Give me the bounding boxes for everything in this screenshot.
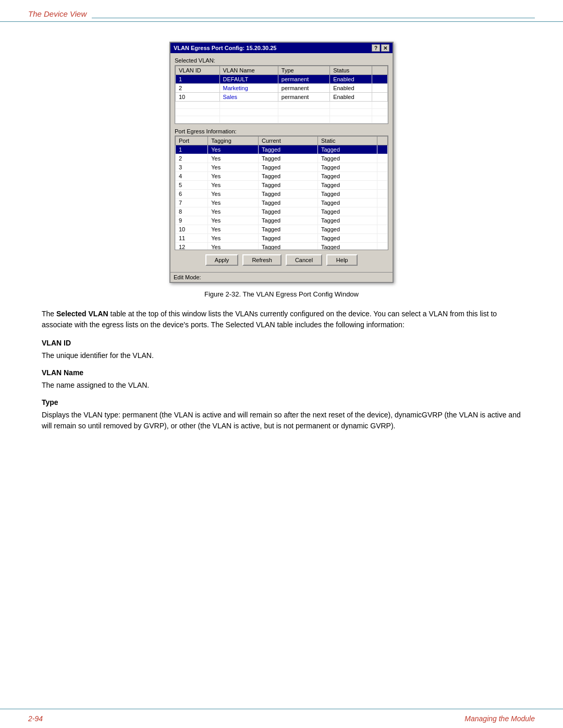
- egress-table-row[interactable]: 4 Yes Tagged Tagged: [176, 172, 388, 181]
- egress-table-row[interactable]: 2 Yes Tagged Tagged: [176, 154, 388, 163]
- egress-current-cell: Tagged: [259, 172, 318, 181]
- egress-tagging-cell: Yes: [208, 172, 259, 181]
- egress-current-cell: Tagged: [259, 243, 318, 251]
- egress-current-cell: Tagged: [259, 234, 318, 243]
- egress-current-cell: Tagged: [259, 190, 318, 199]
- vlan-table-row[interactable]: 10 Sales permanent Enabled: [176, 93, 388, 102]
- egress-col-static: Static: [318, 137, 377, 145]
- help-button[interactable]: Help: [326, 254, 358, 266]
- egress-static-cell: Tagged: [318, 234, 377, 243]
- egress-current-cell: Tagged: [259, 216, 318, 225]
- egress-table-row[interactable]: 7 Yes Tagged Tagged: [176, 199, 388, 207]
- vlan-name-cell: DEFAULT: [219, 75, 278, 84]
- egress-tagging-cell: Yes: [208, 199, 259, 207]
- content-section: VLAN Name The name assigned to the VLAN.: [42, 368, 521, 391]
- egress-static-cell: Tagged: [318, 154, 377, 163]
- egress-current-cell: Tagged: [259, 199, 318, 207]
- dialog-title: VLAN Egress Port Config: 15.20.30.25: [174, 45, 276, 51]
- egress-table-row[interactable]: 12 Yes Tagged Tagged: [176, 243, 388, 251]
- egress-tagging-cell: Yes: [208, 181, 259, 190]
- egress-current-cell: Tagged: [259, 207, 318, 216]
- vlan-status-cell: Enabled: [330, 93, 372, 102]
- vlan-name-cell: Marketing: [219, 84, 278, 93]
- vlan-extra-cell: [372, 93, 388, 102]
- page-footer: 2-94 Managing the Module: [0, 709, 563, 728]
- vlan-table-container: VLAN ID VLAN Name Type Status 1 DEFAULT …: [175, 65, 388, 124]
- egress-current-cell: Tagged: [259, 163, 318, 172]
- egress-extra-cell: [377, 225, 388, 234]
- vlan-table-row[interactable]: 1 DEFAULT permanent Enabled: [176, 75, 388, 84]
- vlan-extra-cell: [372, 84, 388, 93]
- egress-port-cell: 2: [176, 154, 208, 163]
- dialog-body: Selected VLAN: VLAN ID VLAN Name Type St…: [170, 53, 393, 272]
- egress-table-row[interactable]: 6 Yes Tagged Tagged: [176, 190, 388, 199]
- vlan-col-name: VLAN Name: [219, 66, 278, 75]
- vlan-empty-row: [176, 116, 388, 124]
- vlan-empty-row: [176, 109, 388, 116]
- vlan-col-extra: [372, 66, 388, 75]
- header-title: The Device View: [28, 9, 87, 18]
- dialog-titlebar: VLAN Egress Port Config: 15.20.30.25 ? ✕: [170, 43, 393, 53]
- vlan-table-row[interactable]: 2 Marketing permanent Enabled: [176, 84, 388, 93]
- refresh-button[interactable]: Refresh: [242, 254, 282, 266]
- vlan-table: VLAN ID VLAN Name Type Status 1 DEFAULT …: [175, 66, 388, 124]
- egress-table-row[interactable]: 1 Yes Tagged Tagged: [176, 145, 388, 154]
- help-titlebar-button[interactable]: ?: [372, 44, 380, 52]
- egress-table: Port Tagging Current Static 1 Yes Tagged…: [175, 136, 388, 250]
- section-body: The unique identifier for the VLAN.: [42, 350, 521, 361]
- vlan-empty-row: [176, 102, 388, 109]
- dialog-window: VLAN Egress Port Config: 15.20.30.25 ? ✕…: [169, 42, 394, 283]
- egress-extra-cell: [377, 172, 388, 181]
- vlan-type-cell: permanent: [278, 84, 329, 93]
- section-heading: VLAN Name: [42, 368, 521, 377]
- egress-col-tagging: Tagging: [208, 137, 259, 145]
- egress-table-row[interactable]: 5 Yes Tagged Tagged: [176, 181, 388, 190]
- cancel-button[interactable]: Cancel: [286, 254, 322, 266]
- close-titlebar-button[interactable]: ✕: [381, 44, 389, 52]
- egress-extra-cell: [377, 190, 388, 199]
- egress-col-port: Port: [176, 137, 208, 145]
- egress-table-row[interactable]: 10 Yes Tagged Tagged: [176, 225, 388, 234]
- egress-tagging-cell: Yes: [208, 145, 259, 154]
- egress-extra-cell: [377, 234, 388, 243]
- egress-port-cell: 1: [176, 145, 208, 154]
- egress-table-row[interactable]: 11 Yes Tagged Tagged: [176, 234, 388, 243]
- egress-tagging-cell: Yes: [208, 225, 259, 234]
- egress-static-cell: Tagged: [318, 207, 377, 216]
- section-heading: VLAN ID: [42, 339, 521, 347]
- apply-button[interactable]: Apply: [205, 254, 239, 266]
- vlan-status-cell: Enabled: [330, 75, 372, 84]
- egress-static-cell: Tagged: [318, 243, 377, 251]
- dialog-buttons: Apply Refresh Cancel Help: [175, 254, 388, 266]
- footer-right: Managing the Module: [464, 714, 535, 723]
- main-content: VLAN Egress Port Config: 15.20.30.25 ? ✕…: [0, 26, 563, 702]
- egress-current-cell: Tagged: [259, 181, 318, 190]
- egress-extra-cell: [377, 199, 388, 207]
- egress-port-cell: 5: [176, 181, 208, 190]
- egress-table-row[interactable]: 3 Yes Tagged Tagged: [176, 163, 388, 172]
- vlan-col-type: Type: [278, 66, 329, 75]
- egress-port-cell: 7: [176, 199, 208, 207]
- egress-table-wrapper[interactable]: Port Tagging Current Static 1 Yes Tagged…: [175, 135, 388, 250]
- egress-static-cell: Tagged: [318, 163, 377, 172]
- egress-table-row[interactable]: 9 Yes Tagged Tagged: [176, 216, 388, 225]
- vlan-status-cell: Enabled: [330, 84, 372, 93]
- egress-port-cell: 3: [176, 163, 208, 172]
- vlan-extra-cell: [372, 75, 388, 84]
- egress-extra-cell: [377, 207, 388, 216]
- egress-table-row[interactable]: 8 Yes Tagged Tagged: [176, 207, 388, 216]
- egress-port-cell: 11: [176, 234, 208, 243]
- egress-tagging-cell: Yes: [208, 163, 259, 172]
- egress-tagging-cell: Yes: [208, 207, 259, 216]
- egress-extra-cell: [377, 154, 388, 163]
- dialog-container: VLAN Egress Port Config: 15.20.30.25 ? ✕…: [42, 42, 521, 283]
- selected-vlan-label: Selected VLAN:: [175, 57, 388, 64]
- port-egress-label: Port Egress Information:: [175, 128, 388, 134]
- vlan-id-cell: 2: [176, 84, 220, 93]
- page-header: The Device View: [0, 0, 563, 22]
- egress-col-extra: [377, 137, 388, 145]
- egress-static-cell: Tagged: [318, 190, 377, 199]
- egress-static-cell: Tagged: [318, 181, 377, 190]
- egress-port-cell: 8: [176, 207, 208, 216]
- section-body: The name assigned to the VLAN.: [42, 380, 521, 391]
